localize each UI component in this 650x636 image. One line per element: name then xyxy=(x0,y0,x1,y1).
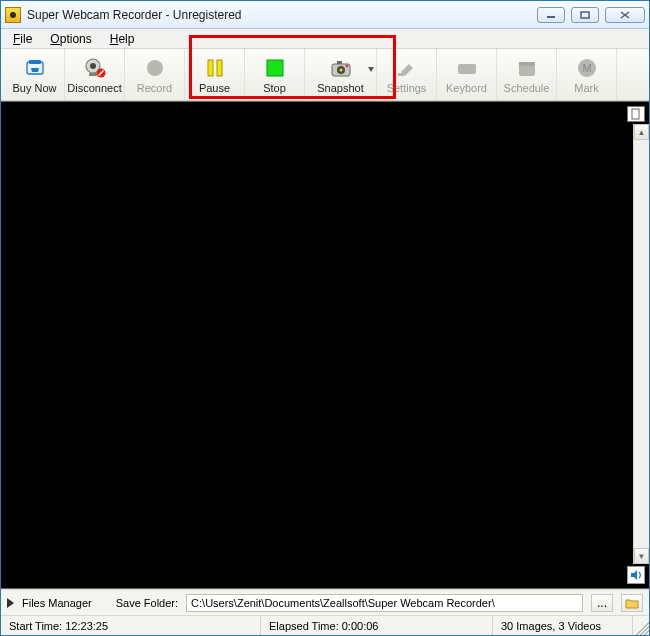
stop-button[interactable]: Stop xyxy=(245,49,305,100)
svg-rect-9 xyxy=(89,73,97,76)
window-title: Super Webcam Recorder - Unregistered xyxy=(27,8,537,22)
record-button: Record xyxy=(125,49,185,100)
app-icon xyxy=(5,7,21,23)
settings-button[interactable]: Settings xyxy=(377,49,437,100)
expand-triangle-icon[interactable] xyxy=(7,598,14,608)
snapshot-button[interactable]: Snapshot xyxy=(305,49,377,100)
menu-options[interactable]: Options xyxy=(42,31,99,47)
svg-point-0 xyxy=(10,12,16,18)
cart-icon xyxy=(23,56,47,80)
scroll-down-icon[interactable]: ▼ xyxy=(634,548,649,564)
bottom-bar: Files Manager Save Folder: ... xyxy=(1,589,649,615)
snapshot-label: Snapshot xyxy=(317,82,363,94)
camera-icon xyxy=(329,56,353,80)
folder-icon xyxy=(625,597,639,609)
pause-icon xyxy=(203,56,227,80)
window-buttons xyxy=(537,7,645,23)
keyboard-button[interactable]: Keybord xyxy=(437,49,497,100)
stop-label: Stop xyxy=(263,82,286,94)
titlebar: Super Webcam Recorder - Unregistered xyxy=(1,1,649,29)
save-folder-label: Save Folder: xyxy=(116,597,178,609)
buy-now-button[interactable]: Buy Now xyxy=(5,49,65,100)
save-folder-input[interactable] xyxy=(186,594,583,612)
stop-icon xyxy=(263,56,287,80)
record-label: Record xyxy=(137,82,172,94)
pause-label: Pause xyxy=(199,82,230,94)
scroll-up-icon[interactable]: ▲ xyxy=(634,124,649,140)
schedule-button[interactable]: Schedule xyxy=(497,49,557,100)
browse-label: ... xyxy=(597,596,607,610)
svg-rect-15 xyxy=(267,60,283,76)
schedule-icon xyxy=(515,56,539,80)
svg-rect-1 xyxy=(547,16,555,18)
close-button[interactable] xyxy=(605,7,645,23)
page-icon[interactable] xyxy=(627,106,645,122)
mark-icon: M xyxy=(575,56,599,80)
svg-marker-29 xyxy=(631,570,637,580)
snapshot-dropdown-caret-icon[interactable] xyxy=(368,67,374,72)
minimize-button[interactable] xyxy=(537,7,565,23)
resize-grip-icon[interactable] xyxy=(633,616,649,635)
svg-rect-17 xyxy=(337,61,342,64)
svg-point-12 xyxy=(147,60,163,76)
svg-rect-14 xyxy=(217,60,222,76)
toolbar: Buy Now Disconnect Record Pause Stop Sna… xyxy=(1,49,649,101)
menubar: File Options Help xyxy=(1,29,649,49)
svg-rect-6 xyxy=(29,60,41,64)
svg-point-20 xyxy=(345,64,347,66)
webcam-disconnect-icon xyxy=(83,56,107,80)
menu-file[interactable]: File xyxy=(5,31,40,47)
browse-button[interactable]: ... xyxy=(591,594,613,612)
sound-icon[interactable] xyxy=(627,566,645,584)
status-elapsed-time: Elapsed Time: 0:00:06 xyxy=(261,616,493,635)
svg-rect-24 xyxy=(519,62,535,66)
disconnect-label: Disconnect xyxy=(67,82,121,94)
pause-button[interactable]: Pause xyxy=(185,49,245,100)
svg-rect-22 xyxy=(458,64,476,74)
maximize-button[interactable] xyxy=(571,7,599,23)
menu-help[interactable]: Help xyxy=(102,31,143,47)
svg-rect-2 xyxy=(581,12,589,18)
files-manager-button[interactable]: Files Manager xyxy=(22,597,92,609)
vertical-scrollbar[interactable]: ▲ ▼ xyxy=(633,124,649,564)
status-bar: Start Time: 12:23:25 Elapsed Time: 0:00:… xyxy=(1,615,649,635)
svg-rect-13 xyxy=(208,60,213,76)
status-counts: 30 Images, 3 Videos xyxy=(493,616,633,635)
svg-point-19 xyxy=(339,68,342,71)
keyboard-icon xyxy=(455,56,479,80)
svg-point-8 xyxy=(90,63,96,69)
video-viewport[interactable]: ▲ ▼ xyxy=(1,101,649,589)
settings-icon xyxy=(395,56,419,80)
mark-button[interactable]: M Mark xyxy=(557,49,617,100)
keyboard-label: Keybord xyxy=(446,82,487,94)
status-start-time: Start Time: 12:23:25 xyxy=(1,616,261,635)
record-icon xyxy=(143,56,167,80)
svg-rect-21 xyxy=(398,73,404,76)
disconnect-button[interactable]: Disconnect xyxy=(65,49,125,100)
settings-label: Settings xyxy=(387,82,427,94)
svg-text:M: M xyxy=(582,62,591,74)
buy-now-label: Buy Now xyxy=(12,82,56,94)
schedule-label: Schedule xyxy=(504,82,550,94)
mark-label: Mark xyxy=(574,82,598,94)
open-folder-button[interactable] xyxy=(621,594,643,612)
